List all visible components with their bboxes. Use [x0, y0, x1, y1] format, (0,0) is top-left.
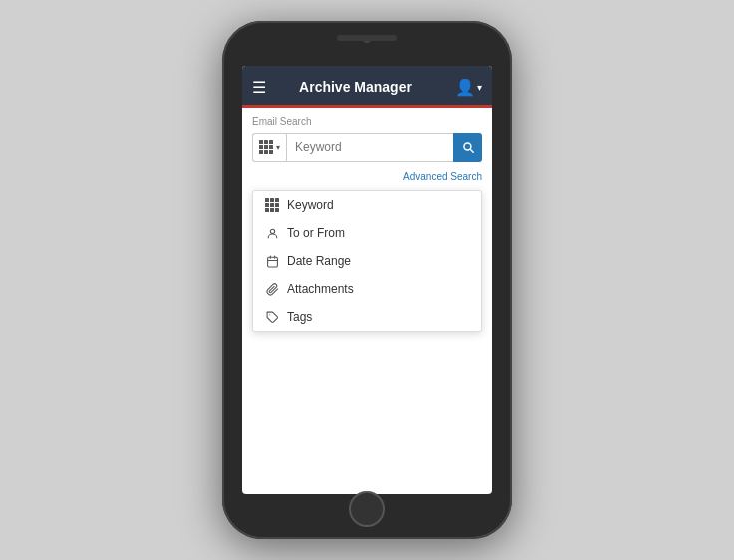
- phone-home-button[interactable]: [349, 491, 385, 527]
- search-icon: [461, 140, 475, 154]
- phone-top-bar: [337, 35, 397, 41]
- dropdown-arrow-icon: ▾: [276, 143, 280, 152]
- grid-icon: [259, 140, 273, 154]
- person-icon: [265, 226, 279, 240]
- dropdown-item-to-or-from[interactable]: To or From: [253, 219, 481, 247]
- chevron-down-icon: ▾: [477, 82, 482, 93]
- attachments-label: Attachments: [287, 282, 354, 296]
- dropdown-item-tags[interactable]: Tags: [253, 303, 481, 331]
- phone-shell: ☰ Archive Manager 👤 ▾ Email Search ▾: [222, 21, 512, 539]
- to-or-from-label: To or From: [287, 226, 345, 240]
- date-range-label: Date Range: [287, 254, 351, 268]
- dropdown-item-attachments[interactable]: Attachments: [253, 275, 481, 303]
- user-avatar-icon: 👤: [455, 78, 475, 97]
- app-title: Archive Manager: [276, 79, 435, 95]
- advanced-search-anchor[interactable]: Advanced Search: [403, 171, 482, 182]
- paperclip-icon: [265, 282, 279, 296]
- hamburger-icon[interactable]: ☰: [252, 78, 266, 97]
- calendar-icon: [265, 254, 279, 268]
- user-account-icon[interactable]: 👤 ▾: [455, 78, 482, 97]
- app-bar: ☰ Archive Manager 👤 ▾: [242, 66, 492, 108]
- keyword-label: Keyword: [287, 198, 334, 212]
- svg-rect-1: [267, 257, 277, 267]
- search-type-button[interactable]: ▾: [252, 133, 286, 162]
- search-type-dropdown: Keyword To or From: [252, 190, 482, 332]
- search-button[interactable]: [453, 133, 482, 162]
- advanced-search-link[interactable]: Advanced Search: [252, 162, 482, 186]
- tags-label: Tags: [287, 310, 312, 324]
- dropdown-item-keyword[interactable]: Keyword: [253, 191, 481, 219]
- keyword-grid-icon: [265, 198, 279, 212]
- tag-icon: [265, 310, 279, 324]
- search-area: Email Search ▾ Advan: [242, 108, 492, 186]
- phone-screen: ☰ Archive Manager 👤 ▾ Email Search ▾: [242, 66, 492, 494]
- svg-point-0: [270, 229, 274, 233]
- accent-bar: [242, 105, 492, 108]
- search-row: ▾: [252, 133, 482, 162]
- search-label: Email Search: [252, 116, 482, 127]
- dropdown-item-date-range[interactable]: Date Range: [253, 247, 481, 275]
- keyword-input[interactable]: [286, 133, 453, 162]
